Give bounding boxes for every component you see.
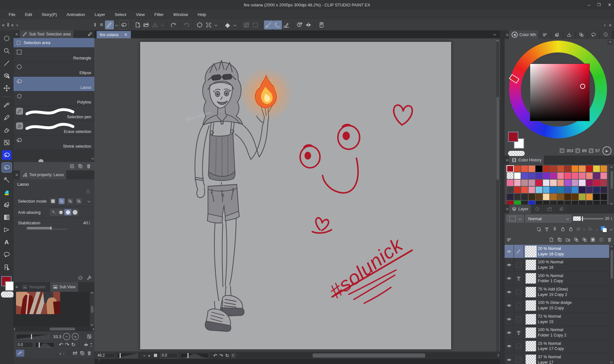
subtool-item-erase-selection[interactable]: Erase selection bbox=[13, 121, 94, 136]
undo-button[interactable] bbox=[169, 20, 178, 29]
layer-visibility-toggle[interactable] bbox=[505, 285, 514, 298]
color-history-swatch[interactable] bbox=[600, 193, 608, 200]
canvas-zoom-in-icon[interactable]: + bbox=[148, 353, 151, 358]
layer-row[interactable]: 20 % NormalLayer 16 Copy bbox=[505, 245, 614, 258]
layer-tone-icon[interactable] bbox=[544, 227, 549, 232]
color-history-swatch[interactable] bbox=[586, 179, 593, 186]
menu-help[interactable]: Help bbox=[193, 10, 211, 19]
edit-subtool-icon[interactable] bbox=[87, 32, 92, 37]
color-history-swatch[interactable] bbox=[514, 200, 521, 205]
layer-row[interactable]: 72 % NormalLayer 15 bbox=[505, 313, 614, 326]
color-history-swatch[interactable] bbox=[557, 193, 564, 200]
ruler-range-icon[interactable] bbox=[588, 227, 593, 232]
new-layer-folder-icon[interactable] bbox=[565, 237, 570, 242]
menu-window[interactable]: Window bbox=[168, 10, 193, 19]
scroll-down-icon[interactable] bbox=[92, 157, 94, 159]
new-document-button[interactable]: + bbox=[133, 20, 142, 29]
frame-border-tool[interactable] bbox=[2, 225, 12, 235]
splitter-handle-icon[interactable]: ‖ bbox=[7, 22, 8, 27]
blend-tool[interactable] bbox=[2, 150, 12, 160]
color-history-swatch[interactable] bbox=[578, 165, 586, 172]
subtool-menu-icon[interactable]: ≡ bbox=[15, 32, 18, 37]
color-history-swatch[interactable] bbox=[571, 172, 579, 179]
minimize-button[interactable]: – bbox=[588, 2, 590, 7]
eraser-tool[interactable] bbox=[2, 125, 12, 135]
scroll-right-icon[interactable] bbox=[92, 328, 94, 330]
color-history-swatch[interactable] bbox=[593, 200, 600, 205]
layer-thumbnail[interactable] bbox=[524, 353, 538, 364]
snap-ruler-button[interactable] bbox=[264, 20, 273, 29]
aa-weak-button[interactable] bbox=[57, 209, 64, 215]
subtool-tab[interactable]: Sub Tool: Selection area bbox=[20, 30, 73, 38]
tab-sub-view[interactable]: Sub View bbox=[50, 282, 78, 292]
color-history-swatch[interactable] bbox=[557, 186, 564, 193]
open-file-button[interactable] bbox=[142, 20, 151, 29]
color-history-swatch[interactable] bbox=[535, 193, 543, 200]
flip-horizontal-icon[interactable] bbox=[84, 342, 89, 347]
canvas-reset-rotation-icon[interactable]: ↻ bbox=[225, 353, 229, 358]
edit-image-icon[interactable] bbox=[80, 351, 85, 356]
collapse-bottom-bar-button[interactable] bbox=[231, 353, 236, 358]
color-history-swatch[interactable] bbox=[571, 186, 579, 193]
color-panel-menu-icon[interactable]: ≡ bbox=[506, 32, 508, 37]
tab-navigator[interactable]: Navigator bbox=[20, 282, 48, 292]
close-button[interactable]: ✕ bbox=[608, 2, 611, 7]
menu-animation[interactable]: Animation bbox=[62, 10, 90, 19]
lock-transparent-pixels-icon[interactable] bbox=[568, 227, 573, 232]
color-history-swatch[interactable] bbox=[535, 172, 543, 179]
tool-property-menu-icon[interactable]: ≡ bbox=[15, 172, 18, 177]
sub-view-viewport[interactable] bbox=[13, 292, 94, 327]
document-tab[interactable]: fire solana ✕ bbox=[97, 31, 131, 38]
duplicate-subtool-icon[interactable] bbox=[78, 164, 83, 169]
tab-color-info[interactable]: ⓘ bbox=[600, 30, 611, 39]
color-history-swatch[interactable] bbox=[543, 179, 550, 186]
color-history-swatch[interactable] bbox=[564, 165, 571, 172]
splitter2-handle-icon[interactable]: ‖ bbox=[94, 22, 95, 27]
canvas-rotate-ccw-icon[interactable]: ↶ bbox=[213, 353, 218, 358]
delete-layer-icon[interactable] bbox=[607, 237, 612, 242]
color-history-swatch[interactable] bbox=[586, 193, 593, 200]
hscroll-thumb[interactable] bbox=[50, 328, 75, 330]
color-history-swatch[interactable] bbox=[600, 200, 608, 205]
zoom-tool[interactable] bbox=[2, 46, 12, 56]
layer-thumbnail[interactable] bbox=[524, 258, 538, 271]
zoom-in-button[interactable]: + bbox=[72, 333, 79, 340]
reference-layer-icon[interactable]: ⊘ bbox=[576, 227, 580, 232]
new-vector-layer-icon[interactable] bbox=[557, 237, 562, 242]
color-history-swatch[interactable] bbox=[571, 193, 579, 200]
layer-opacity-slider[interactable] bbox=[573, 216, 603, 221]
color-history-swatch[interactable] bbox=[506, 186, 514, 193]
layer-row[interactable]: 100 % NormalFolder 1 Copy bbox=[505, 272, 614, 285]
save-button[interactable] bbox=[151, 20, 160, 29]
apply-mask-icon[interactable] bbox=[599, 237, 604, 242]
layer-visibility-toggle[interactable] bbox=[505, 340, 514, 353]
fill-dropdown-icon[interactable] bbox=[234, 23, 236, 26]
color-history-swatch[interactable] bbox=[528, 165, 536, 172]
color-history-swatch[interactable] bbox=[600, 165, 608, 172]
layer-thumbnail[interactable] bbox=[524, 272, 538, 285]
auto-select-tool[interactable] bbox=[2, 175, 12, 185]
color-history-swatch[interactable] bbox=[543, 172, 550, 179]
saturation-value-square[interactable] bbox=[530, 64, 590, 121]
selection-launcher-button[interactable] bbox=[251, 20, 260, 29]
collapse-left-icon[interactable]: « bbox=[2, 22, 4, 27]
previous-image-icon[interactable]: ‹ bbox=[60, 351, 61, 356]
layer-thumbnail[interactable] bbox=[524, 313, 538, 326]
color-history-swatch[interactable] bbox=[528, 200, 536, 205]
primary-color-swatch[interactable] bbox=[508, 132, 518, 142]
canvas-rotate-field[interactable]: 0.0 bbox=[160, 353, 178, 358]
color-history-swatch[interactable] bbox=[535, 165, 543, 172]
layer-opacity-value[interactable]: 20 bbox=[605, 216, 610, 221]
redo-button[interactable] bbox=[182, 20, 191, 29]
maximize-button[interactable]: ❐ bbox=[597, 3, 601, 7]
layer-visibility-toggle[interactable] bbox=[505, 272, 514, 285]
tab-intermediate-color[interactable] bbox=[576, 30, 587, 39]
color-history-swatch[interactable] bbox=[557, 165, 564, 172]
help-search-button[interactable] bbox=[295, 20, 304, 29]
selection-mode-dropdown-icon[interactable] bbox=[88, 200, 90, 202]
balloon-tool[interactable] bbox=[2, 250, 12, 259]
tab-color-wheel[interactable]: Color Wh bbox=[509, 30, 538, 39]
opacity-spinner[interactable]: ▴▾ bbox=[611, 217, 612, 221]
right-splitter[interactable] bbox=[500, 30, 505, 364]
transfer-to-lower-layer-icon[interactable] bbox=[574, 237, 579, 242]
